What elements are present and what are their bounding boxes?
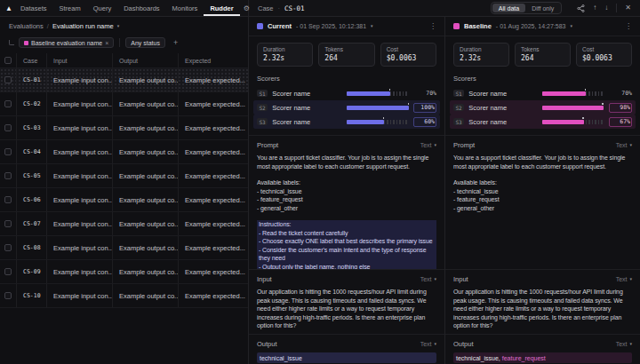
scorer-row[interactable]: S1 Scorer name 70% [450, 86, 636, 100]
expected-cell: Example expected... [179, 236, 249, 259]
row-checkbox[interactable] [4, 100, 12, 107]
added-line: Instructions: [257, 220, 436, 229]
scorer-badge: S2 [453, 104, 464, 111]
filter-bar: Baseline evaluation name × Any status + [0, 35, 248, 53]
status-filter-chip[interactable]: Any status [125, 37, 165, 48]
scorer-row[interactable]: S1 Scorer name 70% [253, 86, 440, 100]
kebab-menu-icon[interactable]: ⋮ [429, 22, 436, 30]
input-cell: Example input con... [47, 116, 113, 139]
prompt-title: Prompt [257, 141, 278, 149]
share-icon[interactable] [577, 4, 585, 12]
output-mode-dropdown[interactable]: Text▾ [616, 341, 632, 347]
close-icon[interactable]: ✕ [625, 4, 631, 12]
current-stats: Duration 2.32s Tokens 264 Cost $0.0063 [249, 36, 444, 71]
nav-item-query[interactable]: Query [87, 0, 117, 16]
label-item: - technical_issue [453, 187, 632, 196]
column-header-input[interactable]: Input [47, 53, 113, 67]
current-run-header: Current - 01 Sep 2025, 10:12:381 ▾ ⋮ [249, 17, 444, 36]
score-bar [542, 91, 604, 96]
row-checkbox[interactable] [4, 244, 12, 251]
table-row[interactable]: CS-08 Example input con... Example outpu… [0, 236, 248, 260]
case-id-cell: CS-06 [17, 188, 47, 211]
scorer-percentage: 100% [413, 103, 436, 113]
nav-item-rudder[interactable]: Rudder [204, 0, 239, 16]
prompt-mode-dropdown[interactable]: Text▾ [420, 142, 436, 148]
case-id-cell: CS-08 [17, 236, 47, 259]
chevron-down-icon[interactable]: ▾ [371, 24, 373, 28]
table-row[interactable]: CS-09 Example input con... Example outpu… [0, 260, 248, 284]
nav-item-monitors[interactable]: Monitors [166, 0, 204, 16]
column-header-case[interactable]: Case [17, 53, 47, 67]
added-line: - Read the ticket content carefully [257, 229, 436, 238]
row-checkbox[interactable] [4, 124, 12, 131]
column-header-expected[interactable]: Expected [179, 53, 249, 67]
table-row[interactable]: CS-03 Example input con... Example outpu… [0, 116, 248, 140]
scorer-row[interactable]: S3 Scorer name 60% [253, 115, 440, 129]
select-all-checkbox[interactable] [4, 57, 12, 64]
prompt-mode-dropdown[interactable]: Text▾ [616, 142, 632, 148]
scorer-row[interactable]: S3 Scorer name 67% [450, 115, 636, 129]
breadcrumb-evaluations[interactable]: Evaluations [9, 22, 44, 30]
current-run-date: - 01 Sep 2025, 10:12:381 [296, 23, 366, 29]
kebab-menu-icon[interactable]: ⋮ [625, 22, 632, 30]
row-checkbox[interactable] [4, 148, 12, 155]
baseline-tick-marker [389, 89, 391, 91]
row-checkbox[interactable] [4, 292, 12, 299]
scorer-row[interactable]: S2 Scorer name 98% [450, 100, 636, 115]
toggle-all-data[interactable]: All data [492, 4, 525, 12]
nav-item-stream[interactable]: Stream [53, 0, 87, 16]
prompt-paragraph: You are a support ticket classifier. You… [257, 154, 436, 170]
table-row[interactable]: CS-01 Example input con... Example outpu… [0, 68, 248, 92]
chevron-down-icon[interactable]: ▾ [117, 24, 120, 28]
nav-item-datasets[interactable]: Datasets [14, 0, 53, 16]
row-checkbox[interactable] [4, 220, 12, 227]
breadcrumb-separator: / [47, 22, 49, 30]
input-mode-dropdown[interactable]: Text▾ [420, 276, 436, 282]
baseline-filter-chip[interactable]: Baseline evaluation name × [19, 37, 114, 48]
input-section: Input Text▾ Our application is hitting t… [445, 269, 640, 334]
row-checkbox[interactable] [4, 196, 12, 203]
table-row[interactable]: CS-02 Example input con... Example outpu… [0, 92, 248, 116]
table-row[interactable]: CS-05 Example input con... Example outpu… [0, 164, 248, 188]
case-id-cell: CS-10 [17, 284, 47, 307]
row-checkbox[interactable] [4, 76, 12, 83]
prev-case-arrow-up-icon[interactable]: ↑ [593, 4, 596, 12]
output-mode-dropdown[interactable]: Text▾ [420, 341, 436, 347]
chevron-down-icon[interactable]: ▾ [570, 24, 572, 28]
remove-filter-icon[interactable]: × [105, 40, 108, 46]
scorers-title: Scorers [257, 75, 436, 83]
table-row[interactable]: CS-06 Example input con... Example outpu… [0, 188, 248, 212]
output-diff-text: feature_request [502, 355, 546, 361]
input-cell: Example input con... [47, 236, 113, 259]
scorer-badge: S3 [453, 118, 464, 125]
added-line: - Output only the label name, nothing el… [257, 263, 436, 270]
app-logo-icon: ▲ [5, 4, 12, 12]
duration-stat-card: Duration 2.32s [257, 43, 313, 67]
baseline-scorers: Scorers S1 Scorer name 70% S2 Scorer nam… [445, 71, 640, 135]
scorer-name: Scorer name [468, 118, 538, 126]
baseline-tick-marker [383, 117, 385, 119]
add-filter-button[interactable]: + [171, 38, 180, 47]
input-mode-dropdown[interactable]: Text▾ [616, 276, 632, 282]
scorer-percentage: 60% [413, 117, 436, 127]
nav-item-dashboards[interactable]: Dashboards [117, 0, 165, 16]
baseline-stats: Duration 2.32s Tokens 264 Cost $0.0063 [445, 36, 640, 71]
table-row[interactable]: CS-04 Example input con... Example outpu… [0, 140, 248, 164]
scorer-row[interactable]: S2 Scorer name 100% [253, 100, 440, 115]
table-row[interactable]: CS-10 Example input con... Example outpu… [0, 284, 248, 308]
labels-heading: Available labels: [257, 178, 436, 187]
expected-cell: Example expected... [179, 116, 249, 139]
expected-cell: Example expected... [179, 212, 249, 235]
stat-label: Duration [460, 46, 503, 52]
case-id-cell: CS-07 [17, 212, 47, 235]
column-header-output[interactable]: Output [113, 53, 179, 67]
output-cell: Example output co... [113, 116, 179, 139]
toggle-diff-only[interactable]: Diff only [525, 4, 560, 12]
breadcrumb-run-name[interactable]: Evaluation run name [52, 22, 114, 30]
top-bar: ▲ Datasets Stream Query Dashboards Monit… [0, 0, 640, 17]
row-checkbox[interactable] [4, 172, 12, 179]
next-case-arrow-down-icon[interactable]: ↓ [604, 4, 608, 12]
input-cell: Example input con... [47, 164, 113, 187]
table-row[interactable]: CS-07 Example input con... Example outpu… [0, 212, 248, 236]
row-checkbox[interactable] [4, 268, 12, 275]
